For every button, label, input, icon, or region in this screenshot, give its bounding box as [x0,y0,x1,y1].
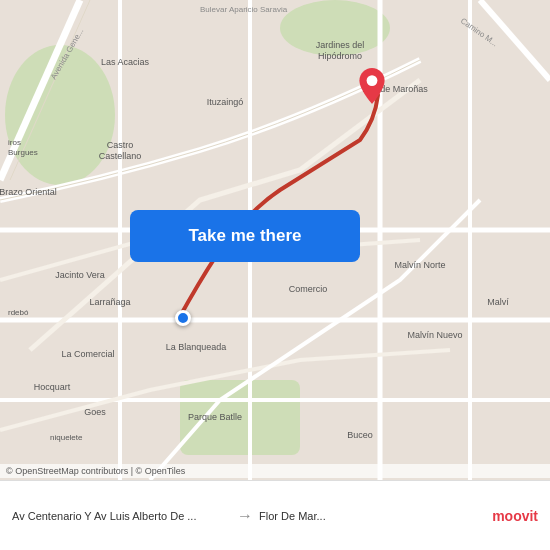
svg-text:Castellano: Castellano [99,151,142,161]
svg-text:Malvín Nuevo: Malvín Nuevo [407,330,462,340]
arrow-icon: → [237,507,253,525]
svg-text:rdebó: rdebó [8,308,29,317]
svg-text:Malví: Malví [487,297,509,307]
svg-text:Las Acacias: Las Acacias [101,57,150,67]
origin-label: Av Centenario Y Av Luis Alberto De ... [12,510,231,522]
svg-text:Comercio: Comercio [289,284,328,294]
destination-pin [358,68,386,108]
svg-text:Parque Batlle: Parque Batlle [188,412,242,422]
svg-text:Castro: Castro [107,140,134,150]
svg-text:iros: iros [8,138,21,147]
attribution: © OpenStreetMap contributors | © OpenTil… [0,464,550,478]
destination-label: Flor De Mar... [259,510,478,522]
bottom-bar: Av Centenario Y Av Luis Alberto De ... →… [0,480,550,550]
svg-text:Hocquart: Hocquart [34,382,71,392]
take-me-there-button[interactable]: Take me there [130,210,360,262]
svg-point-40 [367,75,378,86]
svg-text:Ituzaingó: Ituzaingó [207,97,244,107]
origin-pin [175,310,191,326]
svg-text:niquelete: niquelete [50,433,83,442]
svg-text:La Blanqueada: La Blanqueada [166,342,227,352]
moovit-logo: moovit [492,508,538,524]
map-container: Las Acacias Ituzaingó Jardines del Hipód… [0,0,550,480]
svg-text:Hipódromo: Hipódromo [318,51,362,61]
svg-text:Goes: Goes [84,407,106,417]
svg-text:Brazo Oriental: Brazo Oriental [0,187,57,197]
svg-text:Burgues: Burgues [8,148,38,157]
svg-text:Jacinto Vera: Jacinto Vera [55,270,105,280]
svg-text:Buceo: Buceo [347,430,373,440]
svg-text:Malvín Norte: Malvín Norte [394,260,445,270]
svg-text:Bulevar Aparicio Saravia: Bulevar Aparicio Saravia [200,5,288,14]
svg-text:Larrañaga: Larrañaga [89,297,130,307]
svg-text:La Comercial: La Comercial [61,349,114,359]
svg-text:Jardines del: Jardines del [316,40,365,50]
